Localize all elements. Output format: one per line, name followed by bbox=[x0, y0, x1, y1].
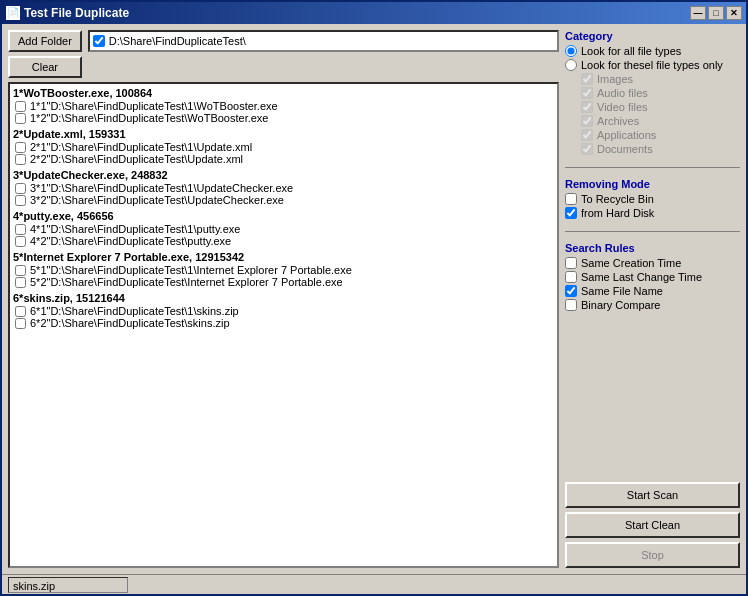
result-item-text: 3*1"D:\Share\FindDuplicateTest\1\UpdateC… bbox=[30, 182, 293, 194]
control-buttons: Add Folder Clear bbox=[8, 30, 82, 78]
search-rule-label: Binary Compare bbox=[581, 299, 660, 311]
file-type-checkbox[interactable] bbox=[581, 115, 593, 127]
radio-these-label: Look for thesel file types only bbox=[581, 59, 723, 71]
result-item-checkbox[interactable] bbox=[15, 142, 26, 153]
result-item-checkbox[interactable] bbox=[15, 183, 26, 194]
result-item-text: 6*2"D:\Share\FindDuplicateTest\skins.zip bbox=[30, 317, 230, 329]
divider-1 bbox=[565, 167, 740, 168]
result-group: 2*Update.xml, 1593312*1"D:\Share\FindDup… bbox=[13, 128, 554, 165]
result-item: 6*1"D:\Share\FindDuplicateTest\1\skins.z… bbox=[13, 305, 554, 317]
content-area: Add Folder Clear D:\Share\FindDuplicateT… bbox=[2, 24, 746, 574]
folder-path: D:\Share\FindDuplicateTest\ bbox=[109, 35, 246, 47]
folder-item: D:\Share\FindDuplicateTest\ bbox=[93, 35, 554, 47]
file-type-checkbox[interactable] bbox=[581, 87, 593, 99]
stop-button[interactable]: Stop bbox=[565, 542, 740, 568]
search-rule-item: Same File Name bbox=[565, 285, 740, 297]
file-type-item: Documents bbox=[581, 143, 740, 155]
clear-button[interactable]: Clear bbox=[8, 56, 82, 78]
search-rule-checkbox[interactable] bbox=[565, 257, 577, 269]
result-group-header: 5*Internet Explorer 7 Portable.exe, 1291… bbox=[13, 251, 554, 263]
result-item-checkbox[interactable] bbox=[15, 113, 26, 124]
top-controls: Add Folder Clear D:\Share\FindDuplicateT… bbox=[8, 30, 559, 78]
result-item-checkbox[interactable] bbox=[15, 318, 26, 329]
file-type-item: Archives bbox=[581, 115, 740, 127]
from-hard-disk-label: from Hard Disk bbox=[581, 207, 654, 219]
radio-all-label: Look for all file types bbox=[581, 45, 681, 57]
search-rule-item: Binary Compare bbox=[565, 299, 740, 311]
to-recycle-checkbox[interactable] bbox=[565, 193, 577, 205]
result-item-text: 2*2"D:\Share\FindDuplicateTest\Update.xm… bbox=[30, 153, 243, 165]
action-buttons: Start Scan Start Clean Stop bbox=[565, 482, 740, 568]
result-item-text: 1*1"D:\Share\FindDuplicateTest\1\WoTBoos… bbox=[30, 100, 278, 112]
result-item: 2*2"D:\Share\FindDuplicateTest\Update.xm… bbox=[13, 153, 554, 165]
file-type-label: Applications bbox=[597, 129, 656, 141]
search-rule-checkbox[interactable] bbox=[565, 271, 577, 283]
file-type-item: Applications bbox=[581, 129, 740, 141]
result-item-text: 5*2"D:\Share\FindDuplicateTest\Internet … bbox=[30, 276, 343, 288]
search-rule-label: Same Creation Time bbox=[581, 257, 681, 269]
file-type-checks: ImagesAudio filesVideo filesArchivesAppl… bbox=[565, 73, 740, 155]
result-item: 6*2"D:\Share\FindDuplicateTest\skins.zip bbox=[13, 317, 554, 329]
file-type-label: Audio files bbox=[597, 87, 648, 99]
result-item-checkbox[interactable] bbox=[15, 101, 26, 112]
radio-all-input[interactable] bbox=[565, 45, 577, 57]
result-item-checkbox[interactable] bbox=[15, 306, 26, 317]
result-item: 4*1"D:\Share\FindDuplicateTest\1\putty.e… bbox=[13, 223, 554, 235]
result-group: 3*UpdateChecker.exe, 2488323*1"D:\Share\… bbox=[13, 169, 554, 206]
search-rules-checks: Same Creation TimeSame Last Change TimeS… bbox=[565, 257, 740, 311]
search-rule-checkbox[interactable] bbox=[565, 285, 577, 297]
to-recycle-item: To Recycle Bin bbox=[565, 193, 740, 205]
result-group-header: 3*UpdateChecker.exe, 248832 bbox=[13, 169, 554, 181]
removing-mode-label: Removing Mode bbox=[565, 178, 740, 190]
result-item-text: 4*2"D:\Share\FindDuplicateTest\putty.exe bbox=[30, 235, 231, 247]
file-type-checkbox[interactable] bbox=[581, 143, 593, 155]
category-label: Category bbox=[565, 30, 740, 42]
category-section: Category Look for all file types Look fo… bbox=[565, 30, 740, 157]
file-type-checkbox[interactable] bbox=[581, 129, 593, 141]
start-scan-button[interactable]: Start Scan bbox=[565, 482, 740, 508]
result-item: 2*1"D:\Share\FindDuplicateTest\1\Update.… bbox=[13, 141, 554, 153]
search-rule-checkbox[interactable] bbox=[565, 299, 577, 311]
right-panel: Category Look for all file types Look fo… bbox=[565, 30, 740, 568]
result-item-text: 5*1"D:\Share\FindDuplicateTest\1\Interne… bbox=[30, 264, 352, 276]
from-hard-disk-checkbox[interactable] bbox=[565, 207, 577, 219]
status-bar: skins.zip bbox=[2, 574, 746, 594]
result-group: 1*WoTBooster.exe, 1008641*1"D:\Share\Fin… bbox=[13, 87, 554, 124]
maximize-button[interactable]: □ bbox=[708, 6, 724, 20]
file-type-checkbox[interactable] bbox=[581, 73, 593, 85]
search-rule-label: Same File Name bbox=[581, 285, 663, 297]
search-rule-item: Same Last Change Time bbox=[565, 271, 740, 283]
result-item: 5*2"D:\Share\FindDuplicateTest\Internet … bbox=[13, 276, 554, 288]
result-item-checkbox[interactable] bbox=[15, 224, 26, 235]
to-recycle-label: To Recycle Bin bbox=[581, 193, 654, 205]
close-button[interactable]: ✕ bbox=[726, 6, 742, 20]
result-group: 6*skins.zip, 151216446*1"D:\Share\FindDu… bbox=[13, 292, 554, 329]
file-type-checkbox[interactable] bbox=[581, 101, 593, 113]
result-item-checkbox[interactable] bbox=[15, 277, 26, 288]
left-panel: Add Folder Clear D:\Share\FindDuplicateT… bbox=[8, 30, 559, 568]
folder-checkbox[interactable] bbox=[93, 35, 105, 47]
result-item-checkbox[interactable] bbox=[15, 195, 26, 206]
start-clean-button[interactable]: Start Clean bbox=[565, 512, 740, 538]
add-folder-button[interactable]: Add Folder bbox=[8, 30, 82, 52]
radio-all-types[interactable]: Look for all file types bbox=[565, 45, 740, 57]
folder-list: D:\Share\FindDuplicateTest\ bbox=[88, 30, 559, 52]
file-type-item: Images bbox=[581, 73, 740, 85]
radio-these-types[interactable]: Look for thesel file types only bbox=[565, 59, 740, 71]
result-item: 4*2"D:\Share\FindDuplicateTest\putty.exe bbox=[13, 235, 554, 247]
result-item-checkbox[interactable] bbox=[15, 236, 26, 247]
window-title: Test File Duplicate bbox=[24, 6, 690, 20]
result-item: 3*2"D:\Share\FindDuplicateTest\UpdateChe… bbox=[13, 194, 554, 206]
file-type-item: Audio files bbox=[581, 87, 740, 99]
search-rule-label: Same Last Change Time bbox=[581, 271, 702, 283]
status-text: skins.zip bbox=[8, 577, 128, 593]
result-item-checkbox[interactable] bbox=[15, 154, 26, 165]
result-item-text: 4*1"D:\Share\FindDuplicateTest\1\putty.e… bbox=[30, 223, 240, 235]
file-type-item: Video files bbox=[581, 101, 740, 113]
minimize-button[interactable]: — bbox=[690, 6, 706, 20]
result-item-checkbox[interactable] bbox=[15, 265, 26, 276]
result-item-text: 1*2"D:\Share\FindDuplicateTest\WoTBooste… bbox=[30, 112, 269, 124]
title-bar: 📄 Test File Duplicate — □ ✕ bbox=[2, 2, 746, 24]
radio-these-input[interactable] bbox=[565, 59, 577, 71]
result-group: 4*putty.exe, 4566564*1"D:\Share\FindDupl… bbox=[13, 210, 554, 247]
